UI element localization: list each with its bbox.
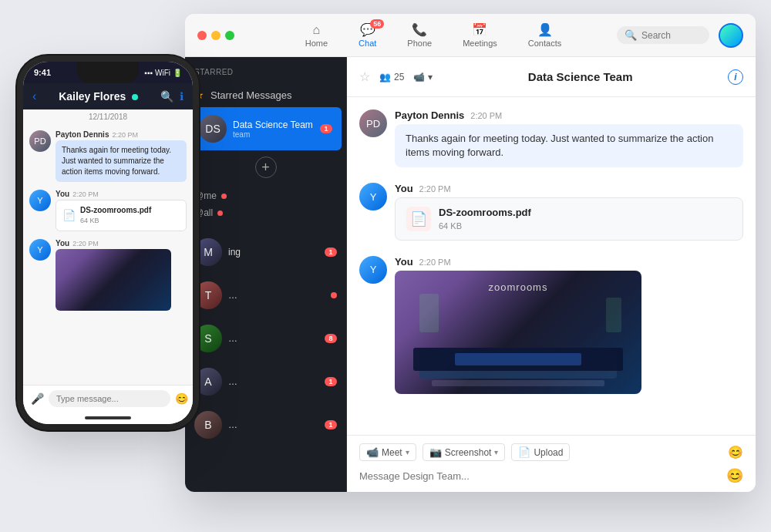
message-meta-1: Payton Dennis 2:20 PM xyxy=(395,109,743,121)
tab-phone[interactable]: 📞 Phone xyxy=(393,19,446,51)
starred-messages-label: Starred Messages xyxy=(210,89,292,101)
message-bubble-1: Thanks again for meeting today. Just wan… xyxy=(395,124,743,167)
star-chat-icon[interactable]: ☆ xyxy=(359,69,370,84)
info-button[interactable]: i xyxy=(728,69,743,85)
message-time-1: 2:20 PM xyxy=(470,111,502,120)
message-group-2: Y You 2:20 PM 📄 DS-zoomrooms.pdf 64 KB xyxy=(359,183,743,241)
phone-message-input[interactable] xyxy=(49,390,170,407)
channel-info-4: … xyxy=(228,333,318,344)
sender-avatar-1: PD xyxy=(359,109,387,137)
video-btn-chevron: ▾ xyxy=(428,72,433,82)
channel-name-5: … xyxy=(228,376,318,387)
channel-item-6[interactable]: B … 1 xyxy=(185,403,346,446)
message-group-1: PD Payton Dennis 2:20 PM Thanks again fo… xyxy=(359,109,743,167)
channel-avatar-2: M xyxy=(194,238,222,266)
screenshot-button[interactable]: 📷 Screenshot ▾ xyxy=(423,443,506,461)
channel-item-2[interactable]: M ing 1 xyxy=(185,231,346,274)
phone-message-2: Y You 2:20 PM 📄 DS-zoomrooms.pdf 64 KB xyxy=(29,190,187,231)
meet-label: Meet xyxy=(382,447,402,458)
phone-image-message[interactable] xyxy=(56,249,171,311)
phone-file-message[interactable]: 📄 DS-zoomrooms.pdf 64 KB xyxy=(56,200,187,231)
sender-avatar-3: Y xyxy=(359,256,387,284)
file-name: DS-zoomrooms.pdf xyxy=(439,206,531,220)
phone-zoom-image xyxy=(56,249,171,311)
back-button[interactable]: ‹ xyxy=(32,89,36,103)
message-time-2: 2:20 PM xyxy=(419,184,451,194)
channel-item-5[interactable]: A … 1 xyxy=(185,360,346,403)
microphone-icon[interactable]: 🎤 xyxy=(31,392,44,405)
file-info: DS-zoomrooms.pdf 64 KB xyxy=(439,206,531,232)
close-button[interactable] xyxy=(197,31,207,40)
emoji-button[interactable]: 😊 xyxy=(726,467,743,484)
channel-item-data-science[interactable]: DS Data Science Team team 1 xyxy=(190,107,342,150)
wifi-icon: WiFi xyxy=(155,69,170,77)
members-icon: 👥 xyxy=(379,72,391,82)
channel-item-3[interactable]: T … xyxy=(185,274,346,317)
channel-name-3: … xyxy=(228,290,325,301)
message-time-3: 2:20 PM xyxy=(419,258,451,267)
message-content-2: You 2:20 PM 📄 DS-zoomrooms.pdf 64 KB xyxy=(395,183,743,241)
tab-home[interactable]: ⌂ Home xyxy=(291,20,342,51)
channel-name: Data Science Team xyxy=(233,120,314,130)
phone-avatar-3: Y xyxy=(29,239,51,261)
starred-messages-item[interactable]: ★ Starred Messages xyxy=(185,82,346,107)
search-bar[interactable]: 🔍 xyxy=(617,26,709,44)
add-channel-button[interactable]: + xyxy=(255,157,277,178)
mention-me-label: @me xyxy=(194,190,217,201)
channel-avatar-5: A xyxy=(194,368,222,396)
message-meta-2: You 2:20 PM xyxy=(395,183,743,194)
phone-home-bar xyxy=(23,412,193,424)
video-btn[interactable]: 📹 ▾ xyxy=(413,72,433,82)
member-count: 👥 25 xyxy=(379,72,404,82)
channel-info-3: … xyxy=(228,290,325,301)
channel-pane: STARRED ★ Starred Messages DS Data Scien… xyxy=(185,57,347,492)
channel-avatar-3: T xyxy=(194,281,222,309)
user-avatar[interactable] xyxy=(719,23,743,48)
file-message[interactable]: 📄 DS-zoomrooms.pdf 64 KB xyxy=(395,197,743,241)
sender-avatar-2: Y xyxy=(359,183,387,210)
phone-bubble-1: Thanks again for meeting today. Just wan… xyxy=(56,140,187,182)
channel-name-2: ing xyxy=(228,247,318,258)
phone-messages: PD Payton Dennis 2:20 PM Thanks again fo… xyxy=(23,124,193,385)
meet-chevron: ▾ xyxy=(406,448,409,456)
mention-all-item[interactable]: @all xyxy=(194,204,337,221)
search-input[interactable] xyxy=(641,30,695,41)
image-message[interactable]: zoomrooms xyxy=(395,271,641,394)
meet-button[interactable]: 📹 Meet ▾ xyxy=(359,443,416,461)
channel-badge-6: 1 xyxy=(325,420,337,429)
channel-item-4[interactable]: S … 8 xyxy=(185,317,346,360)
tab-chat[interactable]: 💬 Chat 56 xyxy=(345,19,390,51)
channel-badge-5: 1 xyxy=(325,377,337,386)
maximize-button[interactable] xyxy=(225,31,234,40)
phone-file-icon: 📄 xyxy=(62,208,76,224)
file-icon: 📄 xyxy=(406,207,431,231)
zoom-room-label: zoomrooms xyxy=(489,281,548,293)
screenshot-label: Screenshot xyxy=(445,447,492,458)
tab-contacts[interactable]: 👤 Contacts xyxy=(514,19,575,51)
window-body: STARRED ★ Starred Messages DS Data Scien… xyxy=(185,57,756,492)
phone-icon: 📞 xyxy=(412,22,427,37)
phone-info-icon[interactable]: ℹ xyxy=(180,90,183,103)
upload-button[interactable]: 📄 Upload xyxy=(511,443,570,461)
mention-me-item[interactable]: @me xyxy=(194,187,337,204)
screenshot-icon: 📷 xyxy=(429,446,442,458)
phone-msg-content-3: You 2:20 PM xyxy=(56,239,187,311)
minimize-button[interactable] xyxy=(211,31,221,40)
phone-msg-meta-1: Payton Dennis 2:20 PM xyxy=(56,130,187,139)
phone-emoji-button[interactable]: 😊 xyxy=(175,392,188,405)
phone-message-1: PD Payton Dennis 2:20 PM Thanks again fo… xyxy=(29,130,187,182)
channel-avatar: DS xyxy=(199,115,227,143)
phone-header: ‹ Kailey Flores 🔍 ℹ xyxy=(23,83,193,109)
message-sender-2: You xyxy=(395,183,413,194)
channel-pane-header: STARRED xyxy=(185,57,346,82)
phone-search-icon[interactable]: 🔍 xyxy=(160,90,173,103)
title-bar: ⌂ Home 💬 Chat 56 📞 Phone 📅 Meetings 👤 Co… xyxy=(185,14,756,57)
message-input[interactable] xyxy=(359,470,720,482)
phone-contact-name: Kailey Flores xyxy=(42,90,154,103)
phone-file-name: DS-zoomrooms.pdf xyxy=(80,205,151,216)
channel-name-6: … xyxy=(228,419,318,430)
tab-meetings[interactable]: 📅 Meetings xyxy=(449,19,511,51)
emoji-toolbar-icon[interactable]: 😊 xyxy=(728,445,743,460)
input-row: 😊 xyxy=(359,467,743,484)
phone-time-1: 2:20 PM xyxy=(112,131,138,139)
